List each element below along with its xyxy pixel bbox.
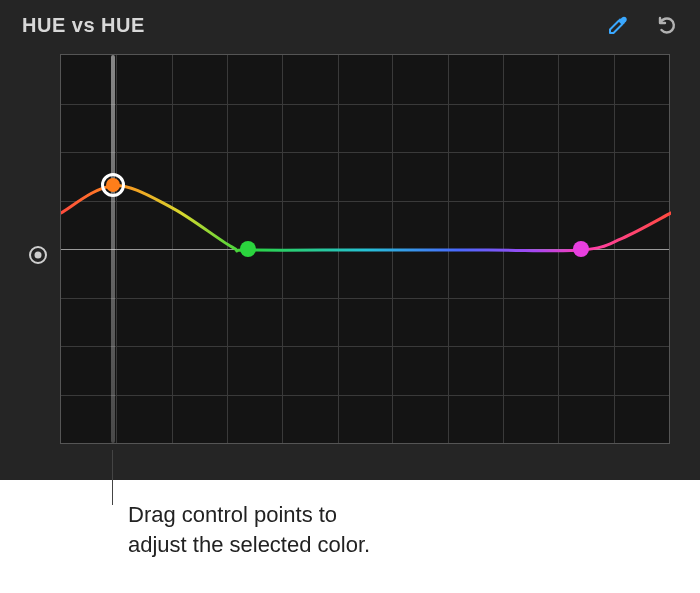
hue-curve-graph[interactable] — [60, 54, 670, 444]
vertical-axis-indicator — [28, 245, 48, 265]
header-tools — [606, 13, 678, 37]
radio-dot-icon — [28, 245, 48, 265]
svg-point-1 — [35, 252, 42, 259]
caption-area: Drag control points to adjust the select… — [0, 480, 700, 593]
panel-title: HUE vs HUE — [22, 14, 145, 37]
color-curves-panel: HUE vs HUE — [0, 0, 700, 480]
control-point-green[interactable] — [240, 241, 256, 257]
caption-line-2: adjust the selected color. — [128, 532, 370, 557]
control-point-magenta[interactable] — [573, 241, 589, 257]
control-point-orange[interactable] — [101, 173, 125, 197]
eyedropper-button[interactable] — [606, 13, 630, 37]
reset-button[interactable] — [654, 13, 678, 37]
callout-line — [112, 450, 113, 505]
eyedropper-icon — [606, 13, 630, 37]
reset-icon — [654, 13, 678, 37]
caption-line-1: Drag control points to — [128, 502, 337, 527]
panel-header: HUE vs HUE — [0, 0, 700, 50]
caption-text: Drag control points to adjust the select… — [128, 500, 370, 559]
